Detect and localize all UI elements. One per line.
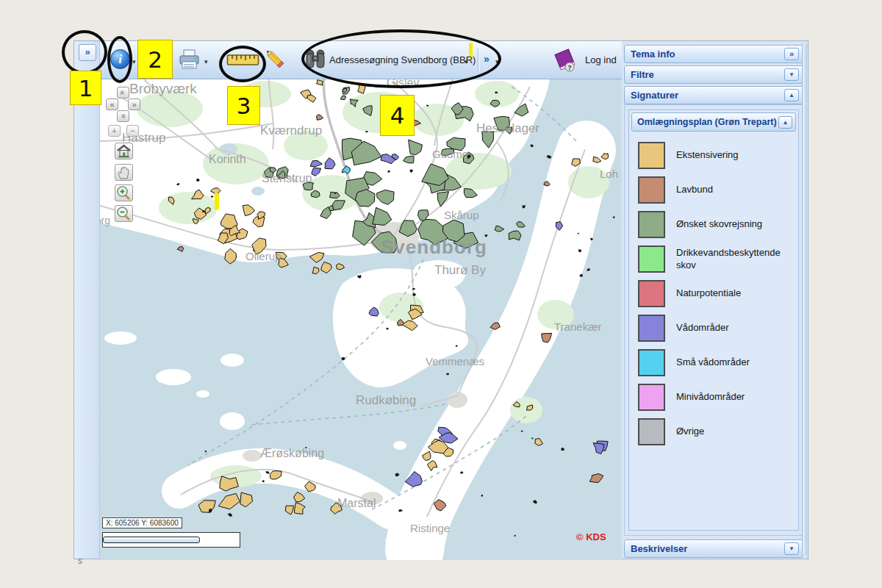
map-place-label: Marstal <box>337 497 376 510</box>
zoom-in-step-button[interactable]: + <box>108 125 121 137</box>
map-copyright: © KDS <box>576 531 606 542</box>
map-canvas <box>100 79 622 560</box>
section-signaturer[interactable]: Signaturer ▲ <box>624 86 803 104</box>
login-help-book-icon[interactable]: ? <box>553 47 578 74</box>
signaturer-label: Signaturer <box>631 90 678 101</box>
legend-item-label: Naturpotentiale <box>676 287 741 299</box>
legend-box: Omlægningsplan (Grøn Trepart) ▲ Ekstensi… <box>628 110 799 531</box>
draw-pencil-icon[interactable] <box>265 49 288 72</box>
map-place-label: Skårup <box>444 209 479 221</box>
section-filtre[interactable]: Filtre ▼ <box>624 65 803 84</box>
legend-swatch <box>638 315 665 342</box>
legend-item: Naturpotentiale <box>632 276 795 311</box>
info-dropdown-caret-icon[interactable]: ▾ <box>132 58 136 65</box>
toolbar-separator <box>478 49 478 72</box>
left-sidebar-strip: » <box>74 41 100 559</box>
legend-item: Vådområder <box>632 311 795 345</box>
callout-number-1: 1 <box>70 71 101 105</box>
legend-swatch <box>638 349 665 376</box>
legend-title: Omlægningsplan (Grøn Trepart) <box>637 117 777 127</box>
toolbar-yellow-highlight-mark <box>469 43 473 57</box>
legend-item-label: Minivådområder <box>676 391 745 403</box>
legend-item-label: Drikkevandsbeskyttende skov <box>676 247 789 271</box>
legend-swatch <box>638 245 665 273</box>
map-place-label: Tranekær <box>554 320 601 333</box>
pan-hand-icon <box>115 165 132 180</box>
legend-item: Drikkevandsbeskyttende skov <box>632 242 795 276</box>
pan-left-button[interactable]: « <box>106 98 118 110</box>
map-yellow-highlight-mark <box>215 193 219 209</box>
cursor-coordinates: X: 605206 Y: 6083600 <box>102 517 182 528</box>
legend-item-label: Øvrige <box>676 426 704 437</box>
filtre-collapse-icon[interactable]: ▼ <box>784 68 799 81</box>
legend-item-label: Lavbund <box>676 184 713 196</box>
map-place-label: Korinth <box>209 153 246 166</box>
map-place-label: Ollerup <box>245 250 281 262</box>
info-tool-button[interactable]: i <box>110 49 130 69</box>
map-place-label: Ristinge <box>410 522 450 534</box>
section-beskrivelser[interactable]: Beskrivelser ▼ <box>624 539 803 558</box>
callout-number-2: 2 <box>137 40 173 79</box>
measure-ruler-icon[interactable] <box>226 53 260 68</box>
pan-down-button[interactable]: « <box>117 110 129 122</box>
legend-swatch <box>638 142 665 169</box>
beskrivelser-collapse-icon[interactable]: ▼ <box>784 542 799 555</box>
legend-item: Ekstensivering <box>632 138 795 173</box>
map-place-label: borg <box>100 215 110 226</box>
legend-item: Minivådområder <box>632 380 795 415</box>
expand-left-panel-button[interactable]: » <box>79 44 96 61</box>
zoom-out-button[interactable] <box>115 205 133 222</box>
map-place-label: Gislev <box>387 79 419 90</box>
tema-info-label: Tema info <box>631 49 675 60</box>
map-place-label: Kværndrup <box>260 123 322 138</box>
scale-bar: 10km <box>102 532 240 548</box>
legend-item: Øvrige <box>632 415 795 449</box>
window-edge-strip <box>802 44 807 556</box>
more-tools-button[interactable]: » <box>484 53 490 65</box>
filtre-label: Filtre <box>631 69 654 80</box>
beskrivelser-label: Beskrivelser <box>631 543 687 554</box>
map-viewport[interactable]: BrobyværkGislevHesselagerKværndrupHastru… <box>100 79 622 560</box>
zoom-out-magnifier-icon <box>115 206 132 221</box>
legend-item: Små vådområder <box>632 345 795 380</box>
more-tools-caret-icon[interactable]: ▾ <box>495 58 499 65</box>
signaturer-content: Omlægningsplan (Grøn Trepart) ▲ Ekstensi… <box>624 104 803 536</box>
legend-item-label: Ønsket skovrejsning <box>676 218 762 230</box>
login-button[interactable]: Log ind <box>585 54 617 65</box>
print-dropdown-caret-icon[interactable]: ▾ <box>204 58 208 65</box>
svg-text:?: ? <box>567 64 572 71</box>
callout-number-3: 3 <box>227 86 260 125</box>
print-icon[interactable] <box>178 49 201 71</box>
address-search-caret-icon[interactable]: ▾ <box>465 58 468 65</box>
legend-header[interactable]: Omlægningsplan (Grøn Trepart) ▲ <box>631 112 796 132</box>
page-artifact: s <box>78 556 82 566</box>
map-place-label: Gudme <box>432 148 468 160</box>
legend-item: Lavbund <box>632 173 795 207</box>
legend-swatch <box>638 384 665 411</box>
pan-hand-button[interactable] <box>115 164 133 181</box>
pan-right-button[interactable]: » <box>128 98 140 110</box>
zoom-out-step-button[interactable]: − <box>126 125 139 137</box>
legend-item: Ønsket skovrejsning <box>632 207 795 242</box>
legend-item-label: Små vådområder <box>676 356 750 368</box>
callout-number-4: 4 <box>380 95 415 136</box>
map-place-label: Thurø By <box>434 263 486 278</box>
section-tema-info[interactable]: Tema info » <box>624 45 803 63</box>
map-place-label: Svendborg <box>381 236 487 259</box>
tema-info-expand-icon[interactable]: » <box>784 48 799 60</box>
scale-bar-graphic <box>103 537 200 543</box>
map-place-label: Stenstrup <box>262 172 312 185</box>
legend-collapse-icon[interactable]: ▲ <box>778 116 792 129</box>
legend-item-list: EkstensiveringLavbundØnsket skovrejsning… <box>629 134 798 453</box>
legend-swatch <box>638 176 665 204</box>
main-toolbar: i ▾ ▾ <box>100 41 622 79</box>
pan-up-button[interactable]: « <box>117 87 129 98</box>
signaturer-collapse-icon[interactable]: ▲ <box>784 89 799 101</box>
address-search-binoculars-icon[interactable] <box>304 49 326 72</box>
zoom-in-button[interactable] <box>115 184 133 201</box>
address-search-label[interactable]: Adressesøgning Svendborg (BBR) <box>329 54 476 65</box>
home-icon <box>115 143 132 159</box>
app-window: » i ▾ ▾ <box>74 40 808 559</box>
home-extent-button[interactable] <box>115 143 133 159</box>
right-panel: Tema info » Filtre ▼ Signaturer ▲ Omlægn… <box>624 45 803 558</box>
